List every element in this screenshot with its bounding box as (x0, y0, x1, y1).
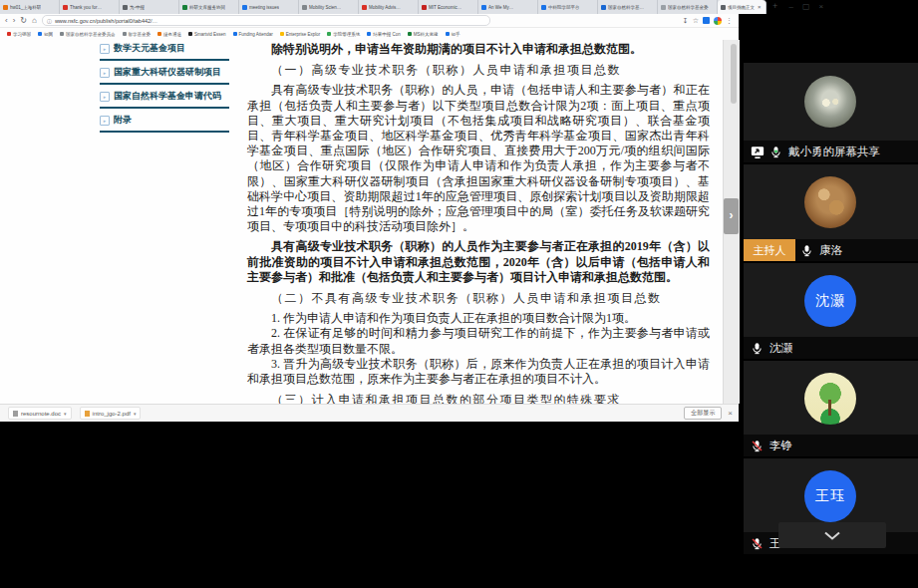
bookmark-item[interactable]: Enterprise Explor (280, 32, 321, 37)
browser-tab-strip: hw01_上海科研 Thank you for… 为-申报 科研文库服务协同 m… (0, 0, 739, 14)
tab-label: 为-申报 (130, 5, 145, 10)
participant-name: 李铮 (769, 439, 792, 453)
bookmark-label: 知网 (44, 32, 53, 37)
mic-on-icon (769, 145, 783, 159)
mic-muted-icon (751, 439, 765, 453)
browser-menu-icon[interactable]: ⋮ (726, 17, 733, 25)
tab-label: 国家自然科学基金委 (668, 5, 709, 10)
bookmark-item[interactable]: Funding Attendar (233, 32, 273, 37)
participant-name: 康洛 (819, 243, 842, 258)
participant-tile[interactable]: 戴小勇的屏幕共享 (744, 63, 918, 162)
browser-tab[interactable]: 为-申报 (120, 0, 179, 14)
browser-tab-active[interactable]: 项目指南正文× (718, 0, 766, 14)
tab-favicon (3, 5, 8, 10)
new-tab-button[interactable]: + (766, 0, 783, 14)
bookmark-item[interactable]: 结果申报 Con (367, 32, 401, 37)
browser-tab[interactable]: 国家自然科学基金委 (658, 0, 718, 14)
download-bar: resournote.doc▾ intro_jgo-2.pdf▾ 全部显示 × (0, 404, 739, 422)
translate-extension-icon[interactable] (703, 17, 710, 24)
browser-tab[interactable]: meeting issues (239, 0, 299, 14)
participant-tile[interactable]: 李铮 (744, 361, 918, 456)
nav-label: 数学天元基金项目 (114, 42, 185, 55)
browser-tab[interactable]: 科研文库服务协同 (179, 0, 239, 14)
reload-icon[interactable]: ↻ (20, 14, 27, 27)
doc-heading: （三）计入申请和承担项目总数的部分项目类型的特殊要求 (247, 393, 710, 404)
browser-tab[interactable]: Thank you for… (60, 0, 120, 14)
profile-avatar[interactable] (714, 17, 722, 25)
next-page-button[interactable]: › (724, 198, 739, 234)
home-icon[interactable]: ⌂ (32, 14, 37, 27)
doc-paragraph: 1. 作为申请人申请和作为项目负责人正在承担的项目数合计限为1项。 (247, 311, 710, 326)
bookmark-item[interactable]: 知网 (38, 32, 53, 37)
back-icon[interactable]: ‹ (5, 14, 8, 27)
bookmark-favicon (367, 32, 371, 36)
pdf-file-icon (85, 411, 90, 417)
bookmark-label: 学院管理系统 (333, 32, 360, 37)
browser-tab[interactable]: MIT Economic… (419, 0, 478, 14)
tab-favicon (242, 5, 247, 10)
chevron-down-icon[interactable]: ▾ (134, 411, 137, 417)
url-text: www.nsfc.gov.cn/publish/portal0/tab442/… (55, 18, 157, 24)
bookmark-item[interactable]: 国家自然科学基金委员会 (60, 32, 116, 37)
tab-favicon (63, 5, 68, 10)
bookmark-item[interactable]: 知乎 (446, 32, 460, 37)
participant-tile[interactable]: 沈灏 沈灏 (744, 263, 918, 359)
tab-label: 科研文库服务协同 (189, 5, 225, 10)
close-icon[interactable]: × (813, 0, 828, 14)
avatar-text: 王珏 (815, 487, 845, 505)
bookmark-favicon (157, 32, 161, 36)
bookmark-item[interactable]: Smartvid Essen (188, 32, 226, 37)
participant-tile[interactable]: 主持人 康洛 (744, 164, 918, 261)
bookmark-label: 留学基金委 (129, 32, 152, 37)
browser-tab[interactable]: An We My… (478, 0, 538, 14)
download-item[interactable]: intro_jgo-2.pdf▾ (80, 407, 142, 420)
browser-tab[interactable]: hw01_上海科研 (0, 0, 60, 14)
nav-item[interactable]: ▸附录 (100, 109, 229, 133)
collapse-participants-button[interactable] (778, 522, 886, 548)
bookmark-item[interactable]: 留学基金委 (123, 32, 152, 37)
nav-label: 附录 (114, 114, 132, 127)
tab-close-icon[interactable]: × (758, 4, 762, 10)
avatar-initials: 王珏 (804, 470, 856, 522)
bookmark-item[interactable]: 学院管理系统 (327, 32, 360, 37)
download-icon[interactable]: ↧ (683, 17, 689, 25)
screen-share-icon (751, 145, 765, 159)
participant-name-bar: 沈灏 (744, 337, 918, 359)
tab-favicon (661, 5, 666, 10)
host-badge: 主持人 (744, 239, 795, 261)
meeting-app-window: hw01_上海科研 Thank you for… 为-申报 科研文库服务协同 m… (0, 0, 918, 588)
maximize-icon[interactable]: ▢ (798, 0, 813, 14)
nav-item[interactable]: ▸国家自然科学基金申请代码 (100, 85, 229, 109)
show-all-downloads-button[interactable]: 全部显示 (684, 407, 722, 420)
chevron-down-icon[interactable]: ▾ (64, 411, 67, 417)
participant-name-bar: 主持人 康洛 (744, 239, 918, 261)
site-info-icon[interactable]: ⓘ (47, 18, 52, 24)
avatar-initials: 沈灏 (804, 275, 856, 327)
download-bar-close-icon[interactable]: × (722, 409, 739, 418)
forward-icon[interactable]: › (13, 14, 16, 27)
nav-item[interactable]: ▸数学天元基金项目 (100, 40, 229, 61)
browser-tab[interactable]: 中科院学部平台 (538, 0, 598, 14)
bookmark-item[interactable]: 学习强国 (7, 32, 31, 37)
browser-tab[interactable]: 国家自然科学基… (598, 0, 658, 14)
bookmark-item[interactable]: MS科大党建 (408, 32, 439, 37)
doc-heading: （二）不具有高级专业技术职务（职称）人员申请和承担项目总数 (247, 291, 710, 306)
bookmark-favicon (60, 32, 64, 36)
bookmark-favicon (327, 32, 331, 36)
doc-paragraph: 具有高级专业技术职务（职称）的人员作为主要参与者正在承担的2019年（含）以前批… (247, 239, 710, 285)
toolbar-extensions: ↧ ☆ ⋮ (683, 17, 739, 25)
download-item[interactable]: resournote.doc▾ (8, 407, 72, 420)
tab-label: Mobility Advis… (369, 5, 401, 10)
minimize-icon[interactable]: – (783, 0, 798, 14)
bookmark-label: 国家自然科学基金委员会 (66, 32, 116, 37)
bookmark-label: 知乎 (452, 32, 460, 37)
scrollbar-thumb[interactable] (731, 44, 737, 104)
tab-favicon (123, 5, 128, 10)
tab-favicon (362, 5, 367, 10)
bookmark-star-icon[interactable]: ☆ (693, 17, 699, 25)
nav-item[interactable]: ▸国家重大科研仪器研制项目 (100, 61, 229, 85)
browser-tab[interactable]: Mobility Scien… (299, 0, 359, 14)
bookmark-item[interactable]: 绿色通道 (157, 32, 181, 37)
browser-tab[interactable]: Mobility Advis… (359, 0, 419, 14)
address-bar[interactable]: ⓘ www.nsfc.gov.cn/publish/portal0/tab442… (42, 15, 490, 26)
